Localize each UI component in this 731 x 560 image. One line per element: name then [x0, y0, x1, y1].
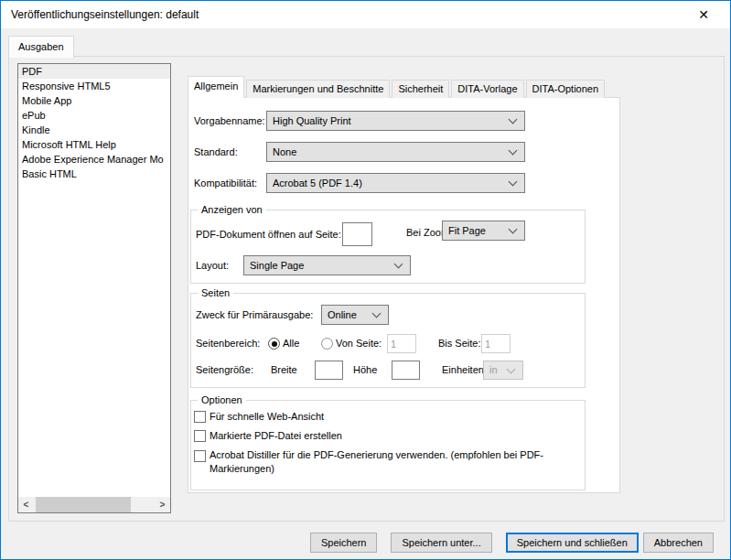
tab-allgemein[interactable]: Allgemein: [188, 76, 244, 98]
list-item-kindle[interactable]: Kindle: [18, 123, 170, 137]
list-item-adobe-experience-manager[interactable]: Adobe Experience Manager Mo: [18, 152, 170, 167]
units-value: in: [489, 361, 498, 379]
purpose-combobox[interactable]: Online: [321, 305, 389, 325]
from-page-label: Von Seite:: [336, 334, 382, 353]
purpose-label: Zweck für Primärausgabe:: [196, 305, 313, 325]
to-page-input: [481, 334, 511, 353]
list-item-responsive-html5[interactable]: Responsive HTML5: [18, 79, 170, 93]
list-item-microsoft-html-help[interactable]: Microsoft HTML Help: [18, 137, 170, 152]
height-input[interactable]: [392, 361, 420, 380]
radio-all-pages[interactable]: [268, 338, 280, 350]
to-page-label: Bis Seite:: [438, 334, 480, 353]
scroll-left-icon[interactable]: <: [18, 497, 34, 512]
tab-markierungen-und-beschnitte[interactable]: Markierungen und Beschnitte: [246, 80, 390, 98]
footer-button-bar: Speichern Speichern unter... Speichern u…: [310, 533, 714, 553]
list-item-pdf[interactable]: PDF: [18, 64, 170, 79]
chevron-down-icon: [509, 225, 518, 234]
chevron-down-icon: [509, 115, 518, 124]
dialog-window: { "window": { "title": "Veröffentlichung…: [0, 0, 731, 560]
zoom-combobox[interactable]: Fit Page: [442, 221, 525, 241]
layout-value: Single Page: [250, 256, 304, 275]
units-label: Einheiten: [442, 361, 484, 380]
cancel-button[interactable]: Abbrechen: [643, 533, 714, 553]
checkbox-acrobat-distiller[interactable]: [194, 450, 206, 462]
list-item-basic-html[interactable]: Basic HTML: [18, 167, 170, 181]
tab-sicherheit[interactable]: Sicherheit: [392, 80, 449, 98]
view-group-title: Anzeigen von: [198, 203, 266, 216]
tab-dita-optionen[interactable]: DITA-Optionen: [526, 80, 606, 98]
list-item-epub[interactable]: ePub: [18, 108, 170, 123]
checkbox-acrobat-distiller-label: Acrobat Distiller für die PDF-Generierun…: [210, 448, 550, 476]
units-combobox: in: [483, 361, 523, 380]
checkbox-tagged-pdf[interactable]: [194, 430, 206, 442]
checkbox-fast-web-view[interactable]: [194, 411, 206, 423]
checkbox-tagged-pdf-label: Markierte PDF-Datei erstellen: [210, 428, 342, 443]
width-input[interactable]: [315, 361, 343, 380]
layout-combobox[interactable]: Single Page: [243, 255, 411, 275]
page-range-label: Seitenbereich:: [196, 334, 260, 353]
preset-value: High Quality Print: [273, 112, 351, 130]
standard-value: None: [273, 143, 296, 161]
pages-group-title: Seiten: [198, 286, 233, 299]
close-button[interactable]: ✕: [685, 1, 722, 28]
save-as-button[interactable]: Speichern unter...: [391, 533, 491, 553]
standard-label: Standard:: [194, 142, 238, 162]
preset-label: Vorgabenname:: [194, 111, 265, 131]
purpose-value: Online: [328, 306, 357, 324]
chevron-down-icon: [509, 178, 518, 187]
page-size-label: Seitengröße:: [196, 361, 253, 380]
radio-from-page[interactable]: [321, 338, 333, 350]
open-page-input[interactable]: [342, 222, 372, 246]
layout-label: Layout:: [196, 255, 229, 275]
tab-ausgaben-label: Ausgaben: [18, 41, 64, 52]
list-item-mobile-app[interactable]: Mobile App: [18, 93, 170, 108]
height-label: Höhe: [353, 361, 377, 380]
window-title: Veröffentlichungseinstellungen: default: [11, 1, 199, 28]
chevron-down-icon: [507, 364, 516, 373]
save-and-close-button[interactable]: Speichern und schließen: [506, 533, 639, 553]
open-page-label: PDF-Dokument öffnen auf Seite:: [196, 222, 341, 246]
tab-dita-vorlage[interactable]: DITA-Vorlage: [451, 80, 523, 98]
horizontal-scrollbar[interactable]: < >: [18, 497, 170, 512]
tab-ausgaben[interactable]: Ausgaben: [8, 36, 74, 58]
standard-combobox[interactable]: None: [266, 142, 525, 162]
options-group-title: Optionen: [198, 393, 246, 406]
compatibility-value: Acrobat 5 (PDF 1.4): [273, 174, 362, 192]
save-button[interactable]: Speichern: [310, 533, 378, 553]
settings-tab-strip: Allgemein Markierungen und Beschnitte Si…: [188, 78, 607, 98]
preset-combobox[interactable]: High Quality Print: [266, 111, 525, 131]
scrollbar-thumb[interactable]: [36, 497, 131, 512]
chevron-down-icon: [394, 260, 403, 269]
from-page-input: [387, 334, 416, 353]
width-label: Breite: [271, 361, 297, 380]
compatibility-label: Kompatibilität:: [194, 173, 257, 193]
close-icon: ✕: [698, 7, 709, 22]
chevron-down-icon: [372, 309, 382, 318]
compatibility-combobox[interactable]: Acrobat 5 (PDF 1.4): [266, 173, 525, 193]
checkbox-fast-web-view-label: Für schnelle Web-Ansicht: [210, 409, 324, 424]
output-list: PDF Responsive HTML5 Mobile App ePub Kin…: [17, 63, 171, 513]
zoom-value: Fit Page: [448, 221, 486, 240]
title-bar: Veröffentlichungseinstellungen: default …: [1, 1, 730, 28]
radio-all-label: Alle: [283, 334, 299, 353]
scroll-right-icon[interactable]: >: [155, 497, 170, 512]
chevron-down-icon: [509, 146, 518, 156]
